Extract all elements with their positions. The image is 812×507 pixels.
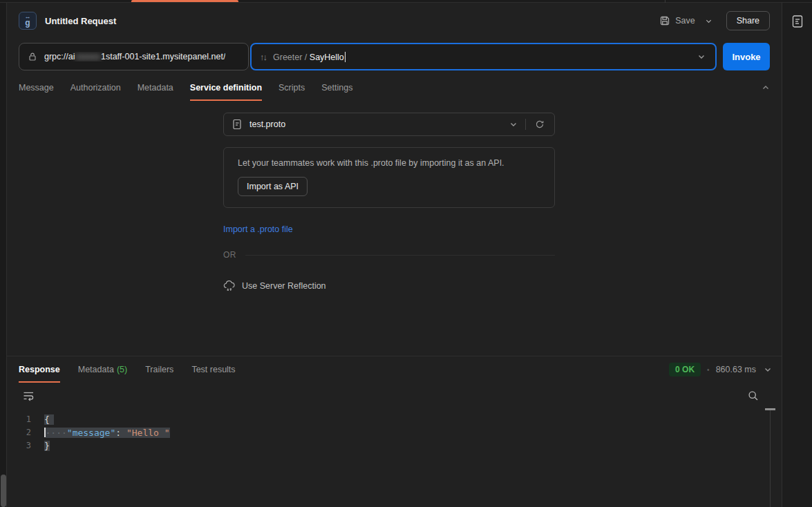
- proto-select-chevron-down-icon[interactable]: [509, 120, 518, 128]
- request-panel: ↔ g Untitled Request Save: [7, 3, 782, 507]
- response-toolbar: [7, 383, 782, 405]
- proto-file-name: test.proto: [249, 119, 502, 129]
- word-wrap-icon[interactable]: [23, 391, 35, 401]
- server-url-input[interactable]: grpc://aixxxxxx1staff-001-site1.mysitepa…: [19, 43, 249, 70]
- or-divider: OR: [223, 250, 555, 260]
- code-line-1: 1 {: [7, 413, 782, 426]
- line-number-1: 1: [7, 413, 31, 426]
- grpc-letter-glyph: g: [25, 19, 30, 27]
- method-rpc-name: SayHello: [310, 52, 344, 62]
- tab-trailers[interactable]: Trailers: [145, 356, 173, 383]
- editor-scrollbar-handle[interactable]: [765, 408, 775, 410]
- collapse-chevron-up-icon[interactable]: [762, 75, 770, 101]
- json-open-brace: {: [44, 414, 54, 425]
- search-icon[interactable]: [748, 390, 759, 401]
- metadata-count-badge: (5): [117, 365, 127, 374]
- save-icon: [659, 15, 670, 26]
- url-row: grpc://aixxxxxx1staff-001-site1.mysitepa…: [7, 39, 782, 75]
- import-as-api-button[interactable]: Import as API: [238, 177, 308, 196]
- status-badge: 0 OK: [669, 363, 701, 376]
- method-chevron-down-icon[interactable]: [696, 51, 707, 62]
- text-cursor: [345, 52, 346, 62]
- proto-file-select[interactable]: test.proto: [223, 113, 555, 136]
- left-rail: [0, 3, 7, 507]
- json-colon: :: [115, 428, 126, 438]
- import-proto-file-link[interactable]: Import a .proto file: [223, 224, 293, 234]
- response-status-group: 0 OK • 860.63 ms: [669, 356, 773, 383]
- or-label: OR: [223, 250, 236, 260]
- editor-scrollbar-track: [770, 409, 771, 507]
- method-updown-arrows-icon: ↑↓: [260, 52, 266, 62]
- status-dot-separator: •: [707, 366, 710, 374]
- url-suffix: 1staff-001-site1.mysitepanel.net/: [101, 52, 225, 61]
- response-duration: 860.63 ms: [716, 365, 756, 374]
- save-label: Save: [675, 16, 695, 26]
- invoke-button[interactable]: Invoke: [723, 43, 770, 70]
- response-panel: Response Metadata (5) Trailers Test resu…: [7, 356, 782, 507]
- response-tabs: Response Metadata (5) Trailers Test resu…: [7, 356, 782, 383]
- tab-strip-divider: [665, 0, 665, 3]
- lock-icon: [28, 52, 37, 61]
- json-key-message: "message": [67, 428, 115, 438]
- documentation-icon[interactable]: [791, 15, 804, 507]
- server-url-value: grpc://aixxxxxx1staff-001-site1.mysitepa…: [44, 52, 225, 61]
- save-options-chevron-down-icon[interactable]: [701, 13, 717, 29]
- server-reflection-cloud-icon: [223, 280, 236, 291]
- tab-message[interactable]: Message: [19, 75, 54, 101]
- or-divider-line: [245, 255, 555, 256]
- share-button[interactable]: Share: [726, 11, 770, 30]
- json-close-brace: }: [44, 441, 50, 451]
- workspace-tab-strip: [0, 0, 812, 3]
- proto-file-icon: [232, 119, 242, 130]
- tab-response-label: Response: [19, 365, 60, 374]
- grpc-request-icon: ↔ g: [19, 12, 37, 30]
- json-value-hello: "Hello ": [126, 428, 170, 438]
- tab-settings[interactable]: Settings: [321, 75, 352, 101]
- whitespace-dots: ····: [46, 428, 67, 438]
- teammates-hint-text: Let your teammates work with this .proto…: [238, 158, 540, 168]
- use-server-reflection-button[interactable]: Use Server Reflection: [223, 280, 326, 291]
- left-rail-scrollbar-handle[interactable]: [1, 475, 6, 507]
- import-as-api-card: Let your teammates work with this .proto…: [223, 147, 555, 208]
- method-value: Greeter / SayHello: [273, 52, 689, 62]
- request-title: Untitled Request: [45, 16, 116, 26]
- line-number-2: 2: [7, 426, 31, 439]
- app-window: ↔ g Untitled Request Save: [0, 0, 812, 507]
- tab-test-results-label: Test results: [191, 365, 235, 374]
- tab-response-metadata[interactable]: Metadata (5): [78, 356, 127, 383]
- active-tab-indicator: [131, 0, 238, 2]
- tab-test-results[interactable]: Test results: [191, 356, 235, 383]
- method-service-name: Greeter /: [273, 52, 310, 62]
- right-rail: [782, 3, 812, 507]
- url-redacted-segment: xxxxxx: [75, 52, 101, 61]
- service-definition-panel: test.proto Let your: [7, 101, 782, 356]
- tab-service-definition[interactable]: Service definition: [190, 75, 262, 101]
- response-body-editor[interactable]: 1 { 2 ····"message": "Hello " 3 }: [7, 405, 782, 507]
- server-reflection-label: Use Server Reflection: [242, 281, 326, 291]
- tab-scripts[interactable]: Scripts: [278, 75, 305, 101]
- code-line-3: 3 }: [7, 439, 782, 452]
- code-line-2: 2 ····"message": "Hello ": [7, 426, 782, 439]
- line-number-3: 3: [7, 439, 31, 452]
- save-button[interactable]: Save: [657, 11, 698, 30]
- url-prefix: grpc://ai: [44, 52, 75, 61]
- tab-metadata[interactable]: Metadata: [138, 75, 173, 101]
- tab-response[interactable]: Response: [19, 356, 60, 383]
- tab-metadata-label: Metadata: [78, 365, 114, 374]
- proto-select-divider: [525, 119, 526, 130]
- tab-trailers-label: Trailers: [145, 365, 173, 374]
- tab-authorization[interactable]: Authorization: [70, 75, 121, 101]
- header-actions: Save Share: [657, 11, 770, 30]
- request-header: ↔ g Untitled Request Save: [7, 3, 782, 39]
- method-selector[interactable]: ↑↓ Greeter / SayHello: [250, 43, 717, 70]
- status-chevron-down-icon[interactable]: [762, 364, 773, 375]
- request-tabs: Message Authorization Metadata Service d…: [7, 75, 782, 101]
- refresh-icon[interactable]: [534, 118, 546, 131]
